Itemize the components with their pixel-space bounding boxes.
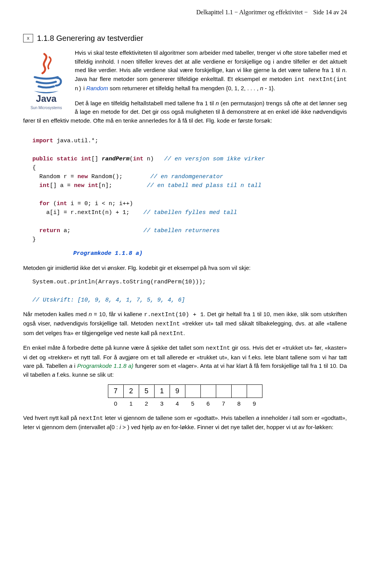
array-figure: 7 2 5 1 9 0 1 2 3 4 5 6 7 8 9 <box>23 384 347 408</box>
page-header: Delkapittel 1.1 − Algoritmer og effektiv… <box>23 8 347 17</box>
array-index: 7 <box>216 398 231 408</box>
array-cell: 2 <box>123 385 139 398</box>
index-link-icon[interactable]: x <box>23 34 33 42</box>
array-index: 0 <box>108 398 123 408</box>
code-block-1: import java.util.*; public static int[] … <box>32 136 347 244</box>
random-class-link[interactable]: Random <box>86 85 108 91</box>
array-index: 1 <box>123 398 139 408</box>
array-indices-row: 0 1 2 3 4 5 6 7 8 9 <box>108 398 262 408</box>
paragraph-4: Når metoden kalles med n = 10, får vi ka… <box>23 310 347 339</box>
array-index: 5 <box>185 398 200 408</box>
header-page: Side 14 av 24 <box>313 9 347 15</box>
array-cell <box>247 385 262 398</box>
array-index: 2 <box>139 398 154 408</box>
array-cell <box>185 385 200 398</box>
array-index: 4 <box>170 398 185 408</box>
header-separator: − <box>304 9 308 15</box>
array-index: 6 <box>200 398 216 408</box>
svg-text:Java: Java <box>36 93 57 104</box>
array-index: 9 <box>247 398 262 408</box>
array-cell: 7 <box>108 385 123 398</box>
java-logo: Java Sun Microsystems <box>23 50 69 111</box>
array-cell <box>231 385 247 398</box>
java-cup-icon: Java <box>23 50 69 104</box>
paragraph-6: Ved hvert nytt kall på nextInt leter vi … <box>23 414 347 432</box>
code-block-2: System.out.println(Arrays.toString(randP… <box>32 278 347 305</box>
array-cell: 5 <box>139 385 154 398</box>
array-index: 3 <box>154 398 170 408</box>
header-chapter: Delkapittel 1.1 − Algoritmer og effektiv… <box>196 9 303 15</box>
section-title: 1.1.8 Generering av testverdier <box>37 32 143 44</box>
code-caption-1: Programkode 1.1.8 a) <box>73 249 347 258</box>
array-cell <box>200 385 216 398</box>
array-cell: 1 <box>154 385 170 398</box>
section-header: x 1.1.8 Generering av testverdier <box>23 32 347 44</box>
java-vendor-label: Sun Microsystems <box>23 105 69 111</box>
paragraph-5: En enkel måte å forbedre dette på kunne … <box>23 344 347 379</box>
paragraph-2: Det å lage en tilfeldig heltallstabell m… <box>23 99 347 125</box>
programkode-118a-link[interactable]: Programkode 1.1.8 a) <box>77 362 133 369</box>
array-cell: 9 <box>170 385 185 398</box>
intro-block: Java Sun Microsystems Hvis vi skal teste… <box>23 49 347 130</box>
array-index: 8 <box>231 398 247 408</box>
paragraph-3: Metoden gir imidlertid ikke det vi ønske… <box>23 264 347 273</box>
array-cells-row: 7 2 5 1 9 <box>108 385 262 398</box>
paragraph-1: Hvis vi skal teste effektiviteten til al… <box>23 49 347 94</box>
array-cell <box>216 385 231 398</box>
